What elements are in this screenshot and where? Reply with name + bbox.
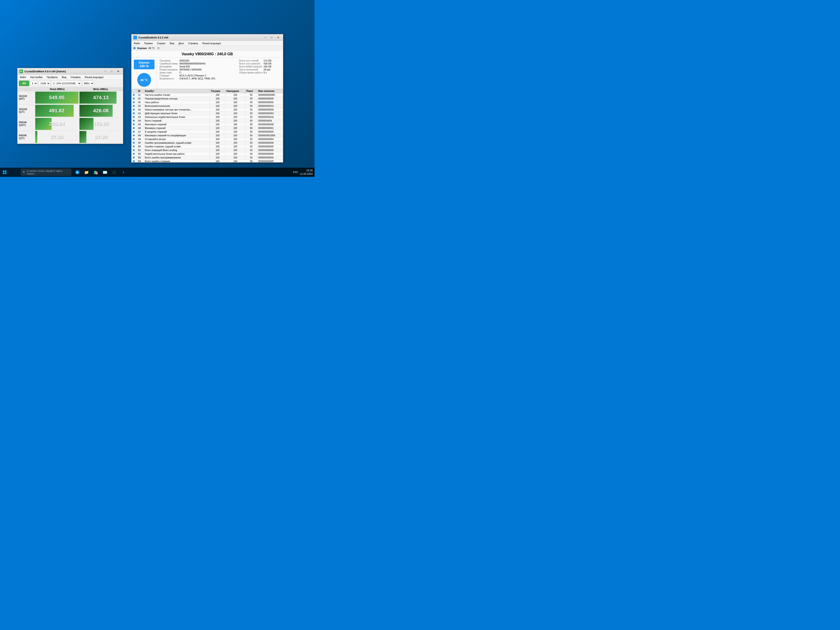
smart-cell-name: Недействительные блоки при работе [144,152,210,156]
cdi-menu-help[interactable]: Справка [187,41,199,45]
cdm-menu-language[interactable]: Язык(Language) [84,75,105,79]
smart-row: A8 Максимум стираний по спецификации 100… [132,134,283,137]
smart-cell-raw: 0000000000000 [257,93,283,97]
cdi-menu-edit[interactable]: Правка [143,41,154,45]
smart-table-body: 01 Частота ошибок чтения 100 100 50 0000… [132,93,283,163]
cdi-info-section: Хорошо 100 % 48 °C Прошивка Q0922A0 Всег… [131,58,283,88]
smart-cell-dot [132,112,137,115]
cdm-menu-view[interactable]: Вид [60,75,68,79]
cdm-size-select[interactable]: 1GiB [39,81,51,86]
smart-row: B2 Недействительные блоки при работе 100… [132,152,283,156]
cdi-close-button[interactable]: ✕ [275,35,281,40]
cdi-menu-file[interactable]: Файл [133,41,141,45]
smart-cell-current: 100 [210,123,225,126]
taskbar-icon-edge[interactable] [73,168,82,176]
cdm-header-write: Write (MB/s) [79,88,122,90]
cdm-drive-select[interactable]: C: 10% (21/223GiB) [51,81,81,86]
smart-th-worst: Наихудшее [225,89,245,93]
smart-cell-thresh: 50 [245,101,257,104]
smart-cell-name: Включения/отключения [144,104,210,108]
cdm-maximize-button[interactable]: □ [109,69,115,74]
cdm-controls: All 5 1GiB C: 10% (21/223GiB) MB/s [17,80,123,87]
smart-cell-worst: 100 [225,152,245,156]
cdm-unit-select[interactable]: MB/s [82,81,94,86]
cdi-status-temp: 48 °C [148,47,155,49]
smart-row: B5 Всего ошибок программирования 100 100… [132,156,283,159]
cdm-runs-select[interactable]: 5 [30,81,38,86]
cdi-menu-disk[interactable]: Диск [177,41,185,45]
smart-cell-thresh: 50 [245,152,257,156]
cdi-menu-language[interactable]: Язык(Language) [201,41,223,45]
cdm-menu-help[interactable]: Справка [69,75,82,79]
smart-row: 05 Перераспределённые сектора 100 100 50… [132,97,283,101]
smart-cell-raw: 000000000005 [257,101,283,104]
smart-cell-id: B5 [137,156,144,159]
smart-cell-id: A4 [137,119,144,123]
smart-cell-current: 100 [210,108,225,112]
cdm-menu-profile[interactable]: Профиль [45,75,59,79]
smart-row: A7 В среднем стираний 100 100 50 0000000… [132,130,283,134]
smart-cell-worst: 100 [225,93,245,97]
smart-cell-id: A1 [137,112,144,115]
smart-row: B6 Всего ошибок стирания 100 100 50 0000… [132,159,283,163]
cdi-maximize-button[interactable]: □ [269,35,275,40]
cdm-close-button[interactable]: ✕ [115,69,121,74]
smart-cell-raw: 000000000000 [257,152,283,156]
cdi-menu-view[interactable]: Вид [168,41,176,45]
smart-cell-name: Частота ошибок чтения [144,93,210,97]
taskbar-icon-mail[interactable]: ✉️ [101,168,109,176]
smart-cell-dot [132,104,137,108]
smart-cell-dot [132,101,137,104]
smart-th-thresh: Порог [245,89,257,93]
smart-cell-id: 05 [137,97,144,101]
cdi-temp-badge: 48 °C [137,73,151,87]
smart-cell-current: 100 [210,126,225,130]
smart-cell-current: 100 [210,159,225,163]
cdi-health-badge: Хорошо 100 % [134,60,155,69]
smart-table-container[interactable]: ID Атрибут Текущее Наихудшее Порог Raw-з… [131,88,283,162]
smart-cell-current: 100 [210,141,225,145]
smart-cell-id: A6 [137,126,144,130]
taskbar-search[interactable]: 🔍 ы начать поиск, введите здесь запрос [21,169,71,176]
taskbar-icon-unknown2[interactable]: 🔹 [119,168,128,176]
cdm-title-text: CrystalDiskMark 8.0.4 x64 [Admin] [24,70,102,73]
smart-cell-worst: 100 [225,134,245,137]
taskbar-icon-store[interactable]: 🛍️ [92,168,100,176]
taskbar-search-text: ы начать поиск, введите здесь запрос [27,169,69,175]
cdi-drive-title: Vaseky V800/240G : 240,0 GB [133,52,281,56]
smart-cell-worst: 100 [225,148,245,152]
info-row-firmware: Прошивка Q0922A0 Всего хост-чтений 113 G… [159,59,281,62]
cdm-menu-settings[interactable]: Настройки [29,75,44,79]
cdm-minimize-button[interactable]: ─ [102,69,108,74]
smart-cell-name: Ошибки программирования, худший штамп [144,141,210,145]
info-label-transfer: Режим передачи [159,68,179,71]
cdi-title-icon: i [133,36,137,39]
smart-cell-current: 100 [210,137,225,141]
cdi-menu-service[interactable]: Сервис [155,41,167,45]
smart-cell-name: Максимум стираний [144,123,210,126]
cdm-menu-file[interactable]: Файл [19,75,27,79]
cdi-minimize-button[interactable]: ─ [262,35,268,40]
taskbar-icon-explorer[interactable]: 📁 [82,168,91,176]
cdm-write-rnd4k-q32t1: 179.80 [79,118,123,130]
cdm-table-headers: Read (MB/s) Write (MB/s) [17,87,123,91]
info-row-drive-letter: Буква тома C: Общее время работы 5 ч [159,71,281,74]
smart-cell-raw: 000000000001 [257,126,283,130]
taskbar-icon-unknown1[interactable]: ⬡ [110,168,118,176]
start-button[interactable] [0,167,9,177]
smart-cell-worst: 100 [225,145,245,148]
cdm-write-seq1m-q8t1: 474.13 [79,92,123,104]
smart-th-dot [132,89,137,93]
taskbar-clock: 23:35 11.03.2024 [300,169,313,176]
info-row-transfer: Режим передачи SATA/600 | SATA/600 Число… [159,68,281,71]
info-label-firmware: Прошивка [159,59,179,62]
cdm-row-seq1m-q1t1: SEQ1MQ1T1 491.82 426.08 [17,104,123,117]
cdm-run-all-button[interactable]: All [19,81,29,86]
smart-cell-worst: 100 [225,104,245,108]
info-row-interface: Интерфейс Serial ATA Всего NAND-записей … [159,65,281,68]
smart-cell-worst: 100 [225,108,245,112]
info-value-features: S.M.A.R.T., APM, NCQ, TRIM, GPL [179,77,281,80]
cdi-status-dot [133,47,136,49]
info-value-firmware: Q0922A0 [179,59,238,62]
cdm-header-label [19,88,36,90]
